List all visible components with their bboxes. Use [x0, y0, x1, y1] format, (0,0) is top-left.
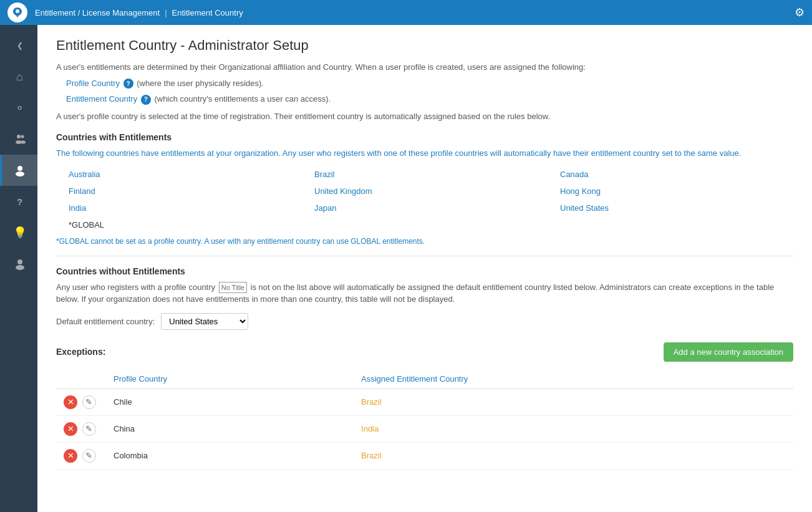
entitlement-country-1: India [354, 415, 793, 442]
profile-country-2: Colombia [106, 442, 354, 469]
col-entitlement-country: Assigned Entitlement Country [354, 369, 793, 389]
sidebar-item-users-active[interactable] [0, 155, 37, 186]
country-canada: Canada [560, 167, 793, 181]
without-section-title: Countries without Entitlements [56, 266, 793, 276]
default-country-row: Default entitlement country: United Stat… [56, 313, 793, 330]
entitlement-country-0: Brazil [354, 389, 793, 415]
global-note: *GLOBAL cannot be set as a profile count… [56, 237, 793, 246]
exceptions-title: Exceptions: [56, 347, 105, 357]
edit-button-1[interactable]: ✎ [82, 422, 96, 436]
col-profile-country: Profile Country [106, 369, 354, 389]
edit-button-0[interactable]: ✎ [82, 395, 96, 409]
row-actions-2: ✕ ✎ [56, 442, 106, 469]
profile-country-row: Profile Country ? (where the user physic… [66, 77, 793, 90]
svg-point-2 [17, 135, 21, 138]
add-country-association-button[interactable]: Add a new country association [664, 342, 793, 362]
edit-button-2[interactable]: ✎ [82, 449, 96, 463]
country-australia: Australia [69, 167, 302, 181]
country-brazil: Brazil [314, 167, 548, 181]
description-text-2: A user's profile country is selected at … [56, 110, 793, 123]
row-actions-0: ✕ ✎ [56, 389, 106, 415]
col-actions [56, 369, 106, 389]
table-row: ✕ ✎ China India [56, 415, 793, 442]
users-group-icon [14, 133, 26, 145]
country-india: India [69, 201, 302, 215]
delete-button-2[interactable]: ✕ [64, 449, 77, 463]
sidebar-item-filter[interactable]: ⚬ [0, 92, 37, 123]
svg-point-7 [16, 171, 24, 176]
country-hongkong: Hong Kong [560, 184, 793, 198]
profile-country-link[interactable]: Profile Country [66, 79, 120, 88]
profile-country-help[interactable]: ? [123, 79, 133, 89]
svg-point-4 [21, 135, 24, 138]
profile-country-1: China [106, 415, 354, 442]
svg-point-9 [16, 265, 24, 270]
settings-icon[interactable]: ⚙ [795, 6, 805, 19]
without-entitlements-desc: Any user who registers with a profile co… [56, 281, 793, 306]
entitlement-country-help[interactable]: ? [141, 95, 151, 105]
countries-with-section-title: Countries with Entitlements [56, 132, 793, 142]
svg-point-6 [17, 166, 22, 171]
breadcrumb-separator: | [165, 8, 167, 17]
default-country-label: Default entitlement country: [56, 317, 155, 326]
page-title: Entitlement Country - Administrator Setu… [56, 37, 793, 54]
entitlement-country-desc: (which country's entitlements a user can… [154, 94, 331, 104]
country-japan: Japan [314, 201, 548, 215]
bulb-icon: 💡 [13, 226, 27, 239]
main-layout: ❮ ⌂ ⚬ ? 💡 [0, 25, 812, 512]
countries-grid: Australia Brazil Canada Finland United K… [56, 167, 793, 232]
profile-country-desc: (where the user physically resides). [137, 79, 264, 88]
filter-icon: ⚬ [15, 101, 24, 115]
section-divider [56, 256, 793, 256]
no-title-badge: No Title [219, 282, 247, 294]
users-icon [14, 164, 26, 176]
country-global: *GLOBAL [69, 218, 302, 232]
sidebar-item-profile[interactable] [0, 248, 37, 279]
svg-point-5 [21, 141, 26, 144]
without-desc-part1: Any user who registers with a profile co… [56, 283, 215, 292]
exceptions-header: Exceptions: Add a new country associatio… [56, 342, 793, 362]
country-uk: United Kingdom [314, 184, 548, 198]
description-text-1: A user's entitlements are determined by … [56, 61, 793, 74]
row-actions-1: ✕ ✎ [56, 415, 106, 442]
sidebar-item-collapse[interactable]: ❮ [0, 30, 37, 61]
country-finland: Finland [69, 184, 302, 198]
top-bar: Entitlement / License Management | Entit… [0, 0, 812, 25]
logo[interactable] [7, 2, 27, 22]
delete-button-1[interactable]: ✕ [64, 422, 77, 436]
breadcrumb: Entitlement / License Management | Entit… [35, 8, 795, 17]
profile-country-0: Chile [106, 389, 354, 415]
entitlement-country-row: Entitlement Country ? (which country's e… [66, 93, 793, 105]
exceptions-table: Profile Country Assigned Entitlement Cou… [56, 369, 793, 470]
sidebar: ❮ ⌂ ⚬ ? 💡 [0, 25, 37, 512]
entitlement-country-2: Brazil [354, 442, 793, 469]
content-area: Entitlement Country - Administrator Setu… [37, 25, 812, 512]
default-country-select[interactable]: United States United Kingdom Brazil Cana… [161, 313, 248, 330]
table-row: ✕ ✎ Chile Brazil [56, 389, 793, 415]
entitlement-country-link[interactable]: Entitlement Country [66, 94, 137, 104]
help-icon: ? [17, 196, 22, 207]
breadcrumb-current: Entitlement Country [172, 8, 243, 17]
delete-button-0[interactable]: ✕ [64, 395, 77, 409]
breadcrumb-link1[interactable]: Entitlement / License Management [35, 8, 160, 17]
profile-icon [14, 258, 26, 270]
table-row: ✕ ✎ Colombia Brazil [56, 442, 793, 469]
svg-point-8 [17, 259, 22, 264]
home-icon: ⌂ [16, 70, 23, 84]
sidebar-item-ideas[interactable]: 💡 [0, 217, 37, 248]
countries-description: The following countries have entitlement… [56, 147, 793, 160]
sidebar-item-help[interactable]: ? [0, 186, 37, 217]
sidebar-item-users2[interactable] [0, 123, 37, 155]
svg-point-1 [16, 9, 19, 13]
sidebar-item-home[interactable]: ⌂ [0, 61, 37, 92]
country-us: United States [560, 201, 793, 215]
